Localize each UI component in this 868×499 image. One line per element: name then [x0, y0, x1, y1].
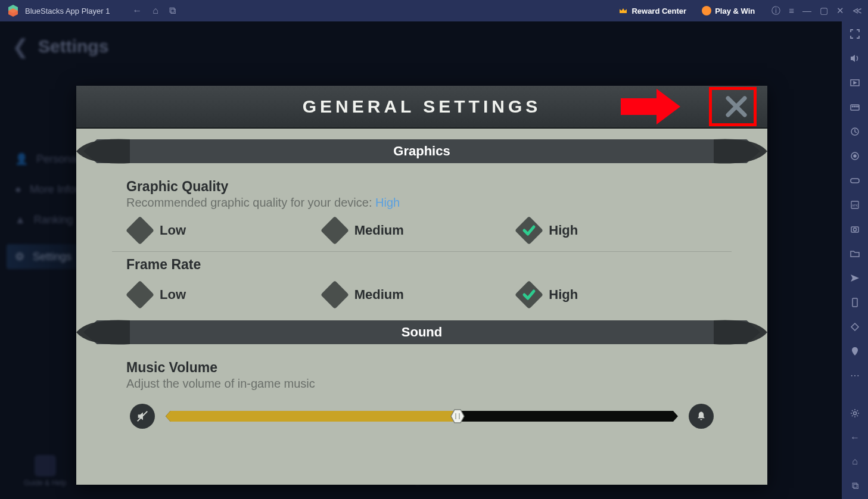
location-icon[interactable]: [848, 151, 862, 162]
slider-thumb-icon[interactable]: [449, 408, 466, 424]
svg-point-7: [855, 107, 856, 107]
modal-header: GENERAL SETTINGS: [76, 86, 767, 129]
game-area: ❮ Settings 👤Personal info ●More Informat…: [0, 21, 842, 499]
bg-guide-help: Guide & Help: [24, 455, 66, 487]
svg-point-6: [854, 107, 854, 107]
reward-center-label: Reward Center: [631, 7, 686, 15]
airplane-icon[interactable]: [848, 272, 862, 283]
section-sound-label: Sound: [76, 325, 767, 340]
collapse-icon[interactable]: ≪: [853, 5, 862, 17]
recents-icon[interactable]: ⧉: [169, 5, 176, 16]
fullscreen-icon[interactable]: [848, 29, 862, 40]
back-icon[interactable]: ←: [132, 5, 142, 16]
graphic-quality-high-option[interactable]: High: [519, 220, 714, 241]
frame-rate-title: Frame Rate: [126, 257, 717, 273]
bell-icon: [695, 410, 707, 422]
radio-label: High: [549, 287, 578, 302]
radio-label: Medium: [354, 223, 404, 238]
music-volume-slider[interactable]: [166, 411, 678, 422]
svg-text:APK: APK: [852, 204, 858, 207]
max-volume-button[interactable]: [689, 404, 714, 429]
section-sound-header: Sound: [76, 320, 767, 344]
radio-label: Low: [160, 287, 186, 302]
rotate-icon[interactable]: [848, 321, 862, 332]
graphic-quality-title: Graphic Quality: [126, 179, 717, 195]
svg-point-18: [854, 411, 857, 414]
svg-rect-17: [853, 298, 857, 307]
pin-icon[interactable]: [848, 345, 862, 357]
radio-label: High: [549, 223, 578, 238]
frame-rate-medium-option[interactable]: Medium: [325, 285, 519, 305]
svg-point-5: [852, 107, 853, 107]
general-settings-modal: GENERAL SETTINGS: [76, 86, 767, 485]
radio-unchecked-icon: [126, 216, 154, 245]
reward-center-button[interactable]: Reward Center: [614, 4, 691, 18]
radio-checked-icon: [515, 216, 543, 245]
close-button[interactable]: ✕: [836, 5, 844, 17]
svg-point-11: [854, 155, 856, 157]
nav-back-icon[interactable]: ←: [848, 432, 862, 443]
section-graphics-header: Graphics: [76, 139, 767, 163]
crown-icon: [618, 6, 628, 15]
maximize-button[interactable]: ▢: [820, 5, 828, 17]
modal-title: GENERAL SETTINGS: [303, 96, 541, 117]
nav-home-icon[interactable]: ⌂: [848, 456, 862, 467]
svg-point-8: [857, 107, 858, 107]
menu-icon[interactable]: ≡: [789, 5, 794, 17]
radio-label: Low: [160, 223, 186, 238]
close-icon: [726, 96, 747, 117]
eco-mode-icon[interactable]: [848, 77, 862, 89]
app-title: BlueStacks App Player 1: [25, 7, 110, 15]
volume-icon[interactable]: [848, 53, 862, 64]
graphic-quality-low-option[interactable]: Low: [130, 220, 325, 241]
coin-icon: [702, 6, 711, 15]
mute-icon: [136, 410, 149, 423]
play-win-button[interactable]: Play & Win: [697, 4, 760, 18]
radio-unchecked-icon: [321, 280, 349, 309]
titlebar: BlueStacks App Player 1 ← ⌂ ⧉ Reward Cen…: [0, 0, 868, 21]
frame-rate-low-option[interactable]: Low: [130, 285, 325, 305]
music-volume-desc: Adjust the volume of in-game music: [126, 377, 717, 391]
graphic-quality-medium-option[interactable]: Medium: [325, 220, 519, 241]
right-toolbar: APK ⋯ ← ⌂ ⧉: [842, 21, 868, 499]
bg-settings-title: Settings: [38, 36, 108, 57]
section-graphics-label: Graphics: [76, 144, 767, 159]
play-win-label: Play & Win: [715, 7, 755, 15]
controller-icon[interactable]: [848, 175, 862, 186]
annotation-arrow-icon: [621, 88, 680, 126]
radio-unchecked-icon: [126, 280, 154, 309]
music-volume-title: Music Volume: [126, 360, 717, 376]
svg-rect-4: [851, 105, 859, 110]
keymap-icon[interactable]: [848, 102, 862, 113]
help-icon[interactable]: ⓘ: [771, 5, 780, 17]
apk-icon[interactable]: APK: [848, 199, 862, 211]
screenshot-icon[interactable]: [848, 224, 862, 235]
phone-icon[interactable]: [848, 297, 862, 308]
sync-icon[interactable]: [848, 126, 862, 138]
folder-icon[interactable]: [848, 248, 862, 259]
modal-close-button[interactable]: [722, 92, 751, 121]
minimize-button[interactable]: —: [802, 5, 811, 17]
home-icon[interactable]: ⌂: [153, 5, 158, 16]
frame-rate-high-option[interactable]: High: [519, 285, 714, 305]
radio-label: Medium: [354, 287, 404, 302]
bg-back-icon: ❮: [12, 35, 29, 58]
graphic-quality-desc: Recommended graphic quality for your dev…: [126, 196, 717, 210]
radio-checked-icon: [515, 280, 543, 309]
more-icon[interactable]: ⋯: [848, 370, 862, 381]
svg-rect-12: [851, 179, 859, 183]
settings-icon[interactable]: [848, 407, 862, 419]
radio-unchecked-icon: [321, 216, 349, 245]
nav-recents-icon[interactable]: ⧉: [848, 481, 862, 492]
svg-point-16: [854, 228, 857, 231]
bluestacks-logo-icon: [6, 4, 20, 18]
mute-button[interactable]: [130, 404, 155, 429]
